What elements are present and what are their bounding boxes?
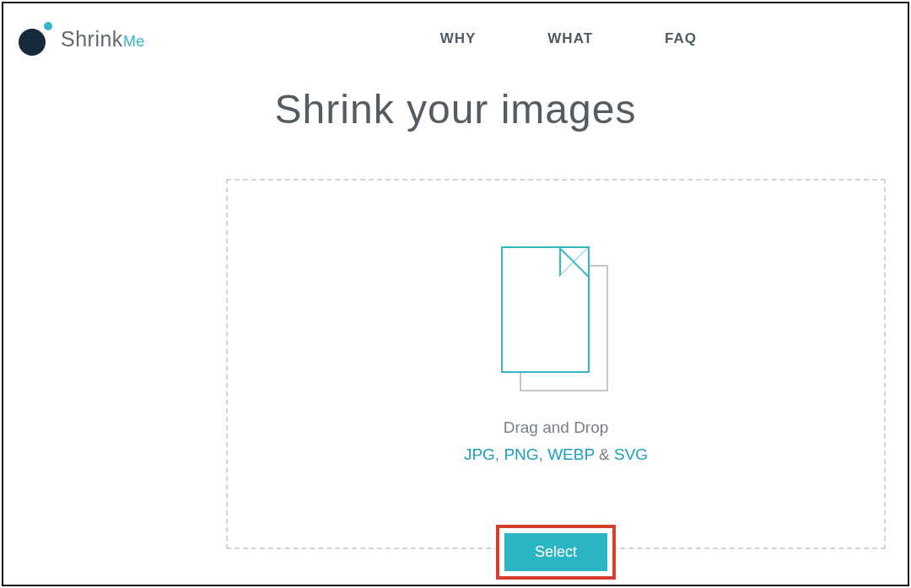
document-icon [501, 246, 611, 390]
brand-primary: Shrink [61, 27, 123, 51]
nav-what[interactable]: WHAT [547, 30, 593, 47]
page-title: Shrink your images [3, 86, 908, 132]
brand-name: ShrinkMe [61, 27, 145, 51]
brand-logo[interactable]: ShrinkMe [19, 22, 145, 56]
top-nav: WHY WHAT FAQ [440, 30, 697, 47]
logo-icon [19, 22, 52, 56]
file-dropzone[interactable]: Drag and Drop JPG, PNG, WEBP & SVG Selec… [226, 179, 886, 549]
brand-accent: Me [123, 33, 145, 50]
format-jpg: JPG [464, 445, 495, 463]
format-webp: WEBP [547, 445, 595, 463]
format-png: PNG [504, 445, 538, 463]
dropzone-instruction: Drag and Drop [504, 418, 609, 437]
select-button-highlight: Select [496, 525, 616, 580]
supported-formats: JPG, PNG, WEBP & SVG [464, 445, 648, 464]
select-files-button[interactable]: Select [504, 533, 607, 571]
nav-why[interactable]: WHY [440, 30, 477, 47]
nav-faq[interactable]: FAQ [665, 30, 697, 47]
format-svg: SVG [614, 445, 648, 463]
